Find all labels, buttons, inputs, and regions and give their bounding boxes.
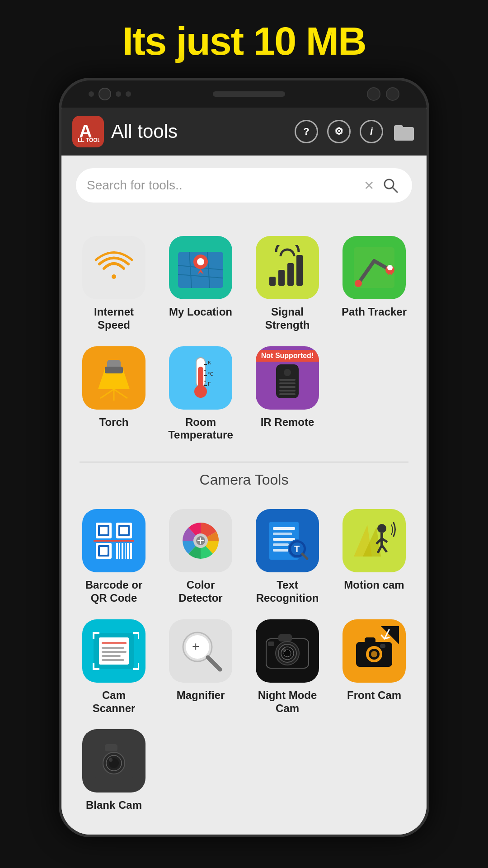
tool-magnifier[interactable]: + Magnifier	[157, 612, 244, 722]
clear-search-icon[interactable]: ✕	[364, 178, 374, 193]
phone-frame: A LL TOOLS All tools ? ⚙ i Search	[59, 78, 429, 837]
banner-text-yellow: 10 MB	[253, 19, 366, 63]
blank-cam-label: Blank Cam	[86, 799, 142, 812]
svg-rect-10	[278, 270, 285, 286]
app-screen: A LL TOOLS All tools ? ⚙ i Search	[61, 108, 427, 835]
not-supported-badge: Not Supported!	[256, 350, 319, 362]
svg-rect-11	[287, 263, 294, 286]
motion-cam-label: Motion cam	[344, 579, 404, 592]
svg-rect-12	[296, 255, 303, 286]
svg-rect-64	[273, 543, 289, 546]
svg-rect-54	[130, 543, 132, 559]
sensor2	[386, 87, 399, 101]
svg-rect-53	[127, 543, 129, 559]
camera-tools-title: Camera Tools	[61, 462, 427, 493]
magnifier-label: Magnifier	[177, 689, 225, 702]
svg-rect-3	[394, 125, 403, 131]
svg-rect-83	[102, 655, 121, 657]
banner-text-white: Its just	[122, 19, 253, 63]
scroll-content[interactable]: InternetSpeed	[61, 215, 427, 835]
tool-barcode-qr[interactable]: Barcode orQR Code	[70, 502, 157, 612]
svg-rect-84	[102, 659, 124, 661]
tool-blank-cam[interactable]: Blank Cam	[70, 722, 157, 819]
svg-rect-45	[120, 527, 128, 534]
svg-line-19	[100, 389, 114, 398]
svg-text:K: K	[208, 360, 211, 365]
tool-torch[interactable]: Torch	[70, 339, 157, 449]
svg-point-14	[355, 280, 362, 287]
svg-point-112	[109, 758, 113, 762]
torch-icon	[82, 346, 145, 410]
tool-cam-scanner[interactable]: CamScanner	[70, 612, 157, 722]
svg-rect-97	[268, 642, 274, 646]
info-icon[interactable]: i	[360, 120, 383, 143]
tools-grid-1: InternetSpeed	[61, 220, 427, 458]
tool-front-cam[interactable]: Front Cam	[331, 612, 418, 722]
night-mode-cam-icon	[256, 619, 319, 683]
right-sensors	[367, 87, 399, 101]
svg-point-34	[284, 369, 291, 376]
svg-point-103	[371, 651, 377, 657]
tool-room-temperature[interactable]: K °C F RoomTemperature	[157, 339, 244, 449]
svg-rect-63	[273, 538, 295, 541]
svg-rect-23	[198, 367, 203, 388]
tool-color-detector[interactable]: ColorDetector	[157, 502, 244, 612]
tool-internet-speed[interactable]: InternetSpeed	[70, 229, 157, 339]
svg-point-8	[197, 258, 204, 265]
svg-point-72	[377, 524, 386, 533]
svg-line-88	[208, 657, 220, 670]
dot3	[126, 91, 131, 97]
svg-point-16	[387, 265, 393, 270]
svg-line-77	[382, 545, 387, 552]
svg-rect-108	[105, 744, 117, 751]
svg-point-24	[194, 385, 207, 398]
internet-speed-label: InternetSpeed	[94, 306, 134, 332]
search-bar[interactable]: Search for tools.. ✕	[76, 168, 412, 203]
svg-rect-48	[100, 547, 108, 555]
tool-text-recognition[interactable]: T TextRecognition	[244, 502, 331, 612]
blank-cam-icon	[82, 729, 145, 793]
svg-rect-104	[365, 637, 375, 644]
svg-rect-82	[102, 651, 127, 653]
svg-rect-9	[269, 277, 276, 286]
help-icon[interactable]: ?	[295, 120, 318, 143]
folder-icon[interactable]	[392, 120, 416, 143]
svg-rect-35	[279, 379, 296, 381]
search-container: Search for tools.. ✕	[61, 156, 427, 215]
tool-path-tracker[interactable]: Path Tracker	[331, 229, 418, 339]
settings-icon[interactable]: ⚙	[327, 120, 351, 143]
sensor1	[367, 87, 380, 101]
tool-my-location[interactable]: My Location	[157, 229, 244, 339]
svg-text:T: T	[294, 544, 300, 554]
barcode-qr-icon	[82, 509, 145, 572]
tool-motion-cam[interactable]: Motion cam	[331, 502, 418, 612]
signal-strength-label: SignalStrength	[265, 306, 310, 332]
tool-ir-remote[interactable]: Not Supported! IR Remote	[244, 339, 331, 449]
svg-rect-51	[122, 543, 123, 559]
app-logo: A LL TOOLS	[72, 116, 104, 147]
svg-rect-105	[380, 644, 385, 648]
phone-top-bar	[61, 80, 427, 108]
svg-rect-42	[100, 527, 108, 534]
tool-signal-strength[interactable]: SignalStrength	[244, 229, 331, 339]
search-icon[interactable]	[380, 175, 401, 196]
svg-text:F: F	[208, 381, 211, 387]
svg-rect-50	[119, 543, 120, 559]
top-banner: Its just 10 MB	[0, 0, 488, 78]
search-placeholder[interactable]: Search for tools..	[87, 178, 358, 193]
svg-rect-18	[105, 367, 123, 373]
svg-rect-81	[102, 647, 124, 649]
cam-scanner-label: CamScanner	[93, 689, 136, 715]
text-recognition-label: TextRecognition	[256, 579, 319, 605]
barcode-qr-label: Barcode orQR Code	[85, 579, 143, 605]
magnifier-icon: +	[169, 619, 232, 683]
app-header: A LL TOOLS All tools ? ⚙ i	[61, 108, 427, 156]
my-location-icon	[169, 236, 232, 299]
room-temperature-label: RoomTemperature	[168, 416, 233, 442]
svg-rect-37	[279, 386, 296, 388]
color-detector-label: ColorDetector	[178, 579, 222, 605]
path-tracker-icon	[343, 236, 406, 299]
svg-rect-80	[102, 642, 127, 644]
cam-scanner-icon	[82, 619, 145, 683]
tool-night-mode-cam[interactable]: Night ModeCam	[244, 612, 331, 722]
